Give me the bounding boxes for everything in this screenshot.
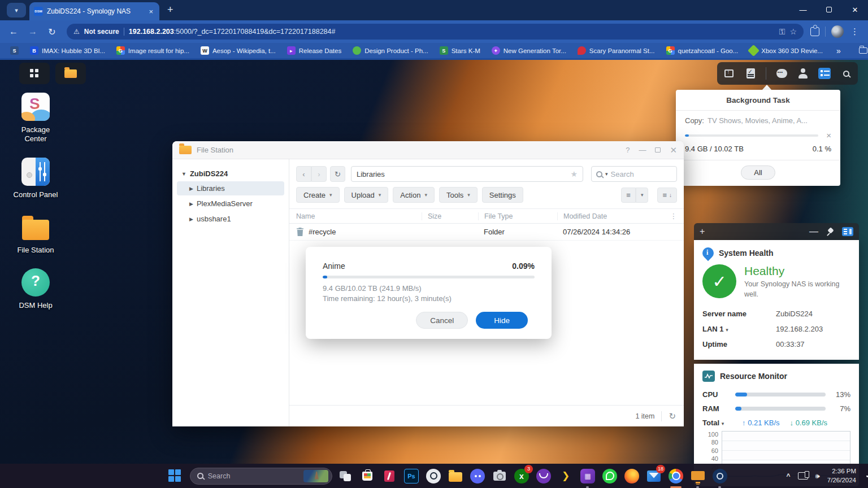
- file-explorer-button[interactable]: [446, 467, 465, 485]
- taskbar-search-input[interactable]: [208, 472, 299, 480]
- bookmark-item[interactable]: S: [6, 45, 23, 56]
- tree-item-usbshare1[interactable]: ▶ usbshare1: [177, 212, 284, 226]
- bookmarks-overflow-icon[interactable]: »: [832, 46, 845, 55]
- new-tab-button[interactable]: +: [167, 4, 173, 16]
- widgets-icon[interactable]: [818, 67, 831, 80]
- tab-close-icon[interactable]: ×: [147, 7, 155, 16]
- whatsapp-button[interactable]: [601, 467, 619, 485]
- pin-icon[interactable]: [826, 228, 834, 236]
- terminal-arrow-button[interactable]: ❯: [557, 467, 575, 485]
- browser-maximize-button[interactable]: [816, 0, 842, 19]
- photoshop-button[interactable]: Ps: [402, 467, 420, 485]
- taskbar-search[interactable]: [190, 468, 332, 485]
- fs-refresh-button[interactable]: ↻: [330, 166, 345, 182]
- tree-item-plexmediaserver[interactable]: ▶ PlexMediaServer: [177, 197, 284, 211]
- table-row[interactable]: #recycle Folder 07/26/2024 14:34:26: [289, 224, 684, 241]
- user-options-icon[interactable]: [797, 67, 809, 80]
- bookmark-item[interactable]: BIMAX: Hubble 3D Bl...: [25, 45, 110, 56]
- create-button[interactable]: Create▾: [296, 187, 340, 203]
- view-mode-caret[interactable]: ▾: [636, 188, 649, 203]
- tree-root-zubids224[interactable]: ▼ ZubiDS224: [177, 167, 284, 180]
- upload-button[interactable]: Upload▾: [344, 187, 389, 203]
- extensions-icon[interactable]: [810, 27, 819, 36]
- window-maximize-icon[interactable]: [655, 147, 661, 152]
- chat-icon[interactable]: [775, 67, 788, 80]
- tools-button[interactable]: Tools▾: [439, 187, 478, 203]
- caret-right-icon[interactable]: ▶: [189, 186, 193, 191]
- widget-layout-icon[interactable]: [842, 227, 853, 236]
- password-key-icon[interactable]: ⚿: [779, 27, 785, 37]
- hide-button[interactable]: Hide: [476, 312, 528, 329]
- bookmark-item[interactable]: SStars K-M: [435, 45, 485, 56]
- bookmark-item[interactable]: WAesop - Wikipedia, t...: [196, 45, 280, 56]
- add-widget-icon[interactable]: +: [700, 226, 801, 237]
- fs-search-box[interactable]: ▾: [591, 166, 677, 182]
- caret-right-icon[interactable]: ▶: [189, 216, 193, 222]
- bookmark-item[interactable]: GImage result for hip...: [112, 45, 194, 56]
- forward-button[interactable]: →: [25, 24, 41, 40]
- action-button[interactable]: Action▾: [393, 187, 435, 203]
- profile-avatar[interactable]: [831, 25, 844, 38]
- shortcut-file-station[interactable]: File Station: [10, 213, 61, 255]
- path-bar[interactable]: Libraries ★: [351, 166, 583, 182]
- caret-right-icon[interactable]: ▶: [189, 201, 193, 207]
- camera-button[interactable]: [491, 467, 509, 485]
- bookmark-star-icon[interactable]: ☆: [789, 27, 797, 36]
- column-file-type[interactable]: File Type: [478, 212, 557, 220]
- address-bar[interactable]: ⚠ Not secure 192.168.2.203:5000/?_dc=172…: [67, 24, 804, 40]
- start-button[interactable]: [168, 467, 186, 485]
- reload-button[interactable]: ↻: [44, 24, 60, 40]
- browser-menu-icon[interactable]: ⋮: [847, 27, 862, 37]
- search-dropdown-caret[interactable]: ▾: [605, 171, 608, 177]
- dsm-search-icon[interactable]: [840, 67, 852, 80]
- window-help-icon[interactable]: ?: [626, 146, 630, 154]
- shortcut-dsm-help[interactable]: DSM Help: [10, 268, 61, 310]
- sort-button[interactable]: ≡↓: [657, 188, 677, 203]
- all-bookmarks-button[interactable]: All Bookmarks: [854, 46, 868, 55]
- external-device-icon[interactable]: [723, 67, 735, 80]
- cancel-button[interactable]: Cancel: [416, 312, 468, 329]
- column-size[interactable]: Size: [422, 212, 478, 220]
- column-name[interactable]: Name: [296, 212, 422, 220]
- browser-tab[interactable]: DSM ZubiDS224 - Synology NAS ×: [29, 2, 159, 20]
- shortcut-control-panel[interactable]: Control Panel: [10, 158, 61, 199]
- collapse-widgets-icon[interactable]: —: [809, 226, 818, 237]
- display-app-button[interactable]: [689, 467, 707, 485]
- purple-app-button[interactable]: [535, 467, 553, 485]
- speaker-icon[interactable]: 🕪: [815, 472, 820, 481]
- window-close-icon[interactable]: ✕: [670, 145, 677, 155]
- chrome-button[interactable]: [667, 467, 685, 485]
- all-tasks-button[interactable]: All: [741, 165, 775, 180]
- dsm-main-menu-button[interactable]: [19, 63, 50, 84]
- bookmark-item[interactable]: Design Product - Ph...: [348, 45, 433, 56]
- xbox-button[interactable]: x3: [513, 467, 531, 485]
- steam-light-button[interactable]: [424, 467, 442, 485]
- dsm-filestation-task-button[interactable]: [55, 63, 86, 84]
- bookmark-item[interactable]: Gquetzahcoatl - Goo...: [662, 45, 743, 56]
- steam-button[interactable]: [711, 467, 729, 485]
- settings-button[interactable]: Settings: [482, 187, 523, 203]
- browser-close-button[interactable]: ✕: [842, 0, 868, 19]
- firefox-button[interactable]: [623, 467, 641, 485]
- total-dropdown[interactable]: Total ▾: [702, 419, 732, 427]
- taskbar-clock[interactable]: 2:36 PM 7/26/2024: [827, 467, 856, 485]
- favorite-star-icon[interactable]: ★: [570, 169, 578, 178]
- hidden-icons-chevron[interactable]: ^: [787, 472, 791, 480]
- microsoft-store-button[interactable]: [358, 467, 376, 485]
- fs-search-input[interactable]: [611, 170, 656, 178]
- cancel-task-icon[interactable]: ×: [826, 130, 831, 140]
- window-minimize-icon[interactable]: —: [639, 146, 646, 154]
- background-task-icon[interactable]: [744, 67, 757, 80]
- browser-minimize-button[interactable]: —: [790, 0, 816, 19]
- tree-item-libraries[interactable]: ▶ Libraries: [177, 181, 284, 195]
- column-modified-date[interactable]: Modified Date: [557, 212, 666, 220]
- shortcut-package-center[interactable]: Package Center: [10, 93, 61, 144]
- back-button[interactable]: ←: [6, 24, 21, 40]
- bookmark-item[interactable]: ✦New Generation Tor...: [487, 45, 571, 56]
- gamepad-app-button[interactable]: ▦: [579, 467, 597, 485]
- status-refresh-icon[interactable]: ↻: [669, 411, 676, 421]
- column-menu-icon[interactable]: ⋮: [666, 212, 677, 220]
- window-titlebar[interactable]: File Station ? — ✕: [172, 141, 684, 159]
- discord-button[interactable]: [468, 467, 487, 485]
- clip-app-button[interactable]: [380, 467, 398, 485]
